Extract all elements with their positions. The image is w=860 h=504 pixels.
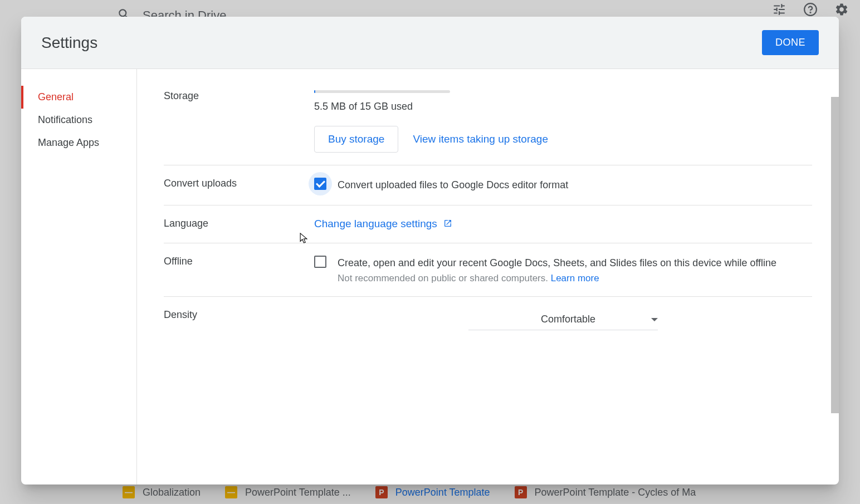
section-convert-uploads: Convert uploads Convert uploaded files t… (164, 165, 812, 205)
storage-progress-bar (314, 90, 450, 93)
view-storage-items-link[interactable]: View items taking up storage (413, 133, 548, 145)
section-language: Language Change language settings (164, 205, 812, 243)
section-label-density: Density (164, 309, 314, 330)
offline-label: Create, open and edit your recent Google… (338, 256, 776, 271)
buy-storage-button[interactable]: Buy storage (314, 126, 398, 153)
section-storage: Storage 5.5 MB of 15 GB used Buy storage… (164, 86, 812, 165)
settings-modal: Settings DONE General Notifications Mana… (21, 17, 839, 485)
section-label-convert: Convert uploads (164, 178, 314, 193)
sidebar-item-manage-apps[interactable]: Manage Apps (21, 131, 136, 154)
convert-uploads-label: Convert uploaded files to Google Docs ed… (338, 178, 568, 193)
settings-content: Storage 5.5 MB of 15 GB used Buy storage… (137, 69, 839, 485)
sidebar-item-notifications[interactable]: Notifications (21, 109, 136, 131)
sidebar-item-general[interactable]: General (21, 86, 136, 109)
done-button[interactable]: DONE (762, 30, 819, 55)
density-select[interactable]: Comfortable (468, 309, 658, 330)
dropdown-arrow-icon (651, 314, 658, 324)
settings-sidebar: General Notifications Manage Apps (21, 69, 137, 485)
learn-more-link[interactable]: Learn more (551, 273, 599, 283)
modal-header: Settings DONE (21, 17, 839, 69)
section-label-offline: Offline (164, 256, 314, 284)
section-offline: Offline Create, open and edit your recen… (164, 243, 812, 297)
external-link-icon (443, 218, 452, 231)
density-value: Comfortable (468, 314, 595, 325)
section-density: Density Comfortable (164, 297, 812, 342)
change-language-link[interactable]: Change language settings (314, 218, 452, 229)
convert-uploads-checkbox[interactable] (314, 178, 326, 190)
modal-title: Settings (41, 34, 97, 52)
offline-hint: Not recommended on public or shared comp… (338, 273, 776, 284)
offline-checkbox[interactable] (314, 256, 326, 268)
scrollbar[interactable] (831, 97, 839, 413)
section-label-storage: Storage (164, 90, 314, 153)
storage-usage-text: 5.5 MB of 15 GB used (314, 101, 812, 112)
section-label-language: Language (164, 218, 314, 231)
